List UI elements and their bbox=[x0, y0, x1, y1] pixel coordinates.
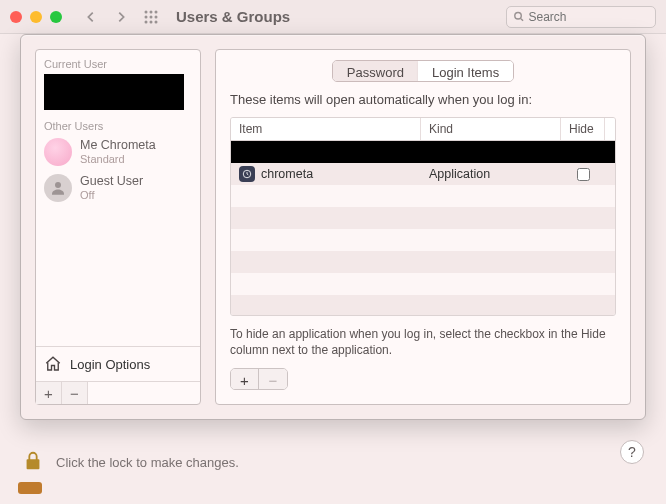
forward-button[interactable] bbox=[110, 6, 132, 28]
row-hide-checkbox[interactable] bbox=[577, 168, 590, 181]
table-row-empty bbox=[231, 295, 615, 316]
login-options-label: Login Options bbox=[70, 357, 150, 372]
remove-user-button[interactable]: − bbox=[62, 382, 88, 404]
svg-point-6 bbox=[145, 20, 148, 23]
table-header: Item Kind Hide bbox=[231, 118, 615, 141]
close-icon[interactable] bbox=[10, 11, 22, 23]
svg-point-0 bbox=[145, 10, 148, 13]
preferences-sheet: Current User Other Users Me Chrometa Sta… bbox=[20, 34, 646, 420]
col-kind[interactable]: Kind bbox=[421, 118, 561, 140]
tab-login-items[interactable]: Login Items bbox=[418, 61, 513, 81]
remove-login-item-button[interactable]: − bbox=[259, 369, 287, 390]
person-icon bbox=[49, 179, 67, 197]
svg-point-9 bbox=[515, 13, 521, 19]
hide-hint: To hide an application when you log in, … bbox=[230, 326, 616, 358]
pane-title: Users & Groups bbox=[176, 8, 290, 25]
table-row-redacted bbox=[231, 141, 615, 163]
redacted-current-user bbox=[44, 74, 184, 110]
login-options-button[interactable]: Login Options bbox=[36, 346, 200, 381]
svg-point-4 bbox=[150, 15, 153, 18]
table-row-empty bbox=[231, 273, 615, 295]
help-button[interactable]: ? bbox=[620, 440, 644, 464]
col-hide[interactable]: Hide bbox=[561, 118, 605, 140]
search-input[interactable] bbox=[529, 10, 649, 24]
tab-password[interactable]: Password bbox=[333, 61, 418, 81]
table-row-empty bbox=[231, 185, 615, 207]
user-name: Me Chrometa bbox=[80, 138, 156, 152]
sidebar-item-user[interactable]: Me Chrometa Standard bbox=[36, 134, 200, 170]
table-row[interactable]: chrometa Application bbox=[231, 163, 615, 185]
row-item-name: chrometa bbox=[261, 167, 313, 181]
sidebar-item-user[interactable]: Guest User Off bbox=[36, 170, 200, 206]
back-button[interactable] bbox=[80, 6, 102, 28]
dock-icon-stub bbox=[18, 482, 42, 494]
search-icon bbox=[513, 10, 525, 23]
col-item[interactable]: Item bbox=[231, 118, 421, 140]
sidebar-section-other: Other Users bbox=[36, 116, 200, 134]
user-role: Standard bbox=[80, 153, 156, 166]
tabs: Password Login Items bbox=[332, 60, 514, 82]
svg-point-8 bbox=[155, 20, 158, 23]
minimize-icon[interactable] bbox=[30, 11, 42, 23]
sidebar-add-remove: + − bbox=[36, 381, 200, 404]
house-icon bbox=[44, 355, 62, 373]
table-row-empty bbox=[231, 251, 615, 273]
app-icon bbox=[239, 166, 255, 182]
add-user-button[interactable]: + bbox=[36, 382, 62, 404]
svg-point-2 bbox=[155, 10, 158, 13]
svg-point-7 bbox=[150, 20, 153, 23]
svg-point-10 bbox=[55, 182, 61, 188]
add-login-item-button[interactable]: + bbox=[231, 369, 259, 390]
show-all-button[interactable] bbox=[140, 6, 162, 28]
table-row-empty bbox=[231, 229, 615, 251]
lock-button[interactable] bbox=[22, 450, 44, 475]
svg-point-1 bbox=[150, 10, 153, 13]
window-toolbar: Users & Groups bbox=[0, 0, 666, 34]
zoom-icon[interactable] bbox=[50, 11, 62, 23]
user-name: Guest User bbox=[80, 174, 143, 188]
login-items-intro: These items will open automatically when… bbox=[230, 92, 616, 107]
table-row-empty bbox=[231, 207, 615, 229]
svg-point-3 bbox=[145, 15, 148, 18]
svg-point-5 bbox=[155, 15, 158, 18]
sidebar-section-current: Current User bbox=[36, 54, 200, 72]
lock-icon bbox=[22, 450, 44, 472]
login-items-add-remove: + − bbox=[230, 368, 288, 390]
user-role: Off bbox=[80, 189, 143, 202]
avatar bbox=[44, 138, 72, 166]
login-items-table: Item Kind Hide chrometa Application bbox=[230, 117, 616, 316]
search-field[interactable] bbox=[506, 6, 656, 28]
users-sidebar: Current User Other Users Me Chrometa Sta… bbox=[35, 49, 201, 405]
main-panel: Password Login Items These items will op… bbox=[215, 49, 631, 405]
sheet-footer: Click the lock to make changes. bbox=[0, 420, 666, 504]
avatar bbox=[44, 174, 72, 202]
row-kind: Application bbox=[421, 167, 561, 181]
lock-text: Click the lock to make changes. bbox=[56, 455, 239, 470]
window-controls[interactable] bbox=[10, 11, 62, 23]
